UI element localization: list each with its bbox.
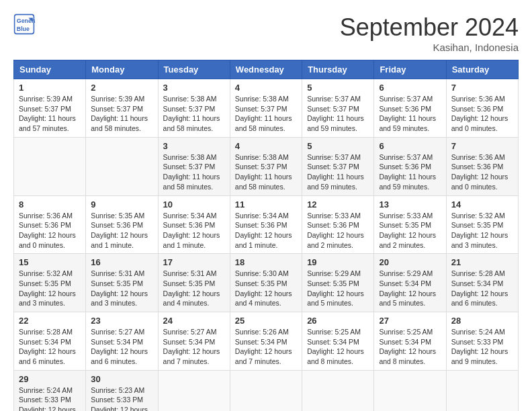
day-info: Sunrise: 5:39 AM Sunset: 5:37 PM Dayligh…: [91, 94, 152, 134]
day-number: 6: [379, 83, 441, 93]
table-row: 29 Sunrise: 5:24 AM Sunset: 5:33 PM Dayl…: [14, 370, 86, 411]
day-info: Sunrise: 5:33 AM Sunset: 5:35 PM Dayligh…: [379, 211, 441, 250]
day-info: Sunrise: 5:25 AM Sunset: 5:34 PM Dayligh…: [307, 327, 369, 367]
day-number: 9: [91, 199, 152, 210]
table-row: 10 Sunrise: 5:34 AM Sunset: 5:36 PM Dayl…: [158, 195, 230, 254]
calendar-week-row: 8 Sunrise: 5:36 AM Sunset: 5:36 PM Dayli…: [14, 195, 519, 254]
day-info: Sunrise: 5:38 AM Sunset: 5:37 PM Dayligh…: [235, 94, 297, 134]
calendar-week-row: 29 Sunrise: 5:24 AM Sunset: 5:33 PM Dayl…: [14, 370, 519, 411]
day-number: 7: [451, 83, 513, 93]
table-row: 3 Sunrise: 5:38 AM Sunset: 5:37 PM Dayli…: [158, 137, 230, 195]
logo: General Blue: [13, 13, 35, 35]
table-row: 24 Sunrise: 5:27 AM Sunset: 5:34 PM Dayl…: [158, 312, 230, 371]
day-info: Sunrise: 5:37 AM Sunset: 5:37 PM Dayligh…: [307, 94, 369, 134]
day-number: 5: [307, 83, 369, 93]
day-number: 12: [307, 199, 369, 210]
day-info: Sunrise: 5:23 AM Sunset: 5:33 PM Dayligh…: [91, 385, 152, 411]
table-row: 25 Sunrise: 5:26 AM Sunset: 5:34 PM Dayl…: [230, 312, 302, 371]
day-info: Sunrise: 5:28 AM Sunset: 5:34 PM Dayligh…: [19, 327, 81, 367]
day-number: 19: [307, 257, 369, 267]
table-row: 26 Sunrise: 5:25 AM Sunset: 5:34 PM Dayl…: [302, 312, 374, 371]
calendar-week-row: 3 Sunrise: 5:38 AM Sunset: 5:37 PM Dayli…: [14, 137, 519, 195]
day-number: 4: [235, 83, 297, 93]
col-sunday: Sunday: [14, 60, 86, 79]
table-row: 13 Sunrise: 5:33 AM Sunset: 5:35 PM Dayl…: [374, 195, 446, 254]
calendar-week-row: 1 Sunrise: 5:39 AM Sunset: 5:37 PM Dayli…: [14, 79, 519, 138]
day-info: Sunrise: 5:36 AM Sunset: 5:36 PM Dayligh…: [19, 211, 81, 250]
day-number: 8: [19, 199, 81, 210]
table-row: 6 Sunrise: 5:37 AM Sunset: 5:36 PM Dayli…: [374, 79, 446, 138]
day-info: Sunrise: 5:27 AM Sunset: 5:34 PM Dayligh…: [91, 327, 152, 367]
day-number: 3: [163, 141, 225, 151]
day-number: 25: [235, 316, 297, 326]
day-number: 6: [379, 141, 441, 151]
day-info: Sunrise: 5:24 AM Sunset: 5:33 PM Dayligh…: [451, 327, 513, 367]
day-info: Sunrise: 5:34 AM Sunset: 5:36 PM Dayligh…: [163, 211, 225, 250]
day-number: 5: [307, 141, 369, 151]
day-info: Sunrise: 5:37 AM Sunset: 5:36 PM Dayligh…: [379, 152, 441, 192]
table-row: 28 Sunrise: 5:24 AM Sunset: 5:33 PM Dayl…: [446, 312, 518, 371]
day-info: Sunrise: 5:38 AM Sunset: 5:37 PM Dayligh…: [235, 152, 297, 192]
day-info: Sunrise: 5:29 AM Sunset: 5:35 PM Dayligh…: [307, 269, 369, 308]
table-row: [230, 370, 302, 411]
day-number: 10: [163, 199, 225, 210]
day-info: Sunrise: 5:26 AM Sunset: 5:34 PM Dayligh…: [235, 327, 297, 367]
svg-text:Blue: Blue: [17, 26, 30, 32]
day-info: Sunrise: 5:24 AM Sunset: 5:33 PM Dayligh…: [19, 385, 81, 411]
day-info: Sunrise: 5:36 AM Sunset: 5:36 PM Dayligh…: [451, 152, 513, 192]
table-row: 20 Sunrise: 5:29 AM Sunset: 5:34 PM Dayl…: [374, 254, 446, 312]
day-number: 26: [307, 316, 369, 326]
day-number: 16: [91, 257, 152, 267]
table-row: 2 Sunrise: 5:39 AM Sunset: 5:37 PM Dayli…: [86, 79, 158, 138]
table-row: 19 Sunrise: 5:29 AM Sunset: 5:35 PM Dayl…: [302, 254, 374, 312]
day-info: Sunrise: 5:25 AM Sunset: 5:34 PM Dayligh…: [379, 327, 441, 367]
day-number: 20: [379, 257, 441, 267]
day-number: 29: [19, 374, 81, 384]
table-row: 18 Sunrise: 5:30 AM Sunset: 5:35 PM Dayl…: [230, 254, 302, 312]
month-title: September 2024: [340, 13, 519, 42]
day-info: Sunrise: 5:31 AM Sunset: 5:35 PM Dayligh…: [163, 269, 225, 308]
col-thursday: Thursday: [302, 60, 374, 79]
day-info: Sunrise: 5:27 AM Sunset: 5:34 PM Dayligh…: [163, 327, 225, 367]
table-row: 8 Sunrise: 5:36 AM Sunset: 5:36 PM Dayli…: [14, 195, 86, 254]
day-number: 21: [451, 257, 513, 267]
day-number: 15: [19, 257, 81, 267]
table-row: 30 Sunrise: 5:23 AM Sunset: 5:33 PM Dayl…: [86, 370, 158, 411]
table-row: [14, 137, 86, 195]
day-number: 1: [19, 83, 81, 93]
calendar-week-row: 15 Sunrise: 5:32 AM Sunset: 5:35 PM Dayl…: [14, 254, 519, 312]
table-row: 15 Sunrise: 5:32 AM Sunset: 5:35 PM Dayl…: [14, 254, 86, 312]
table-row: 5 Sunrise: 5:37 AM Sunset: 5:37 PM Dayli…: [302, 137, 374, 195]
table-row: 16 Sunrise: 5:31 AM Sunset: 5:35 PM Dayl…: [86, 254, 158, 312]
calendar-table: Sunday Monday Tuesday Wednesday Thursday…: [13, 60, 519, 411]
table-row: 17 Sunrise: 5:31 AM Sunset: 5:35 PM Dayl…: [158, 254, 230, 312]
day-number: 3: [163, 83, 225, 93]
day-info: Sunrise: 5:29 AM Sunset: 5:34 PM Dayligh…: [379, 269, 441, 308]
day-number: 30: [91, 374, 152, 384]
table-row: [446, 370, 518, 411]
table-row: 4 Sunrise: 5:38 AM Sunset: 5:37 PM Dayli…: [230, 79, 302, 138]
day-info: Sunrise: 5:32 AM Sunset: 5:35 PM Dayligh…: [451, 211, 513, 250]
day-number: 27: [379, 316, 441, 326]
col-wednesday: Wednesday: [230, 60, 302, 79]
page-header: General Blue September 2024 Kasihan, Ind…: [13, 13, 519, 53]
table-row: 6 Sunrise: 5:37 AM Sunset: 5:36 PM Dayli…: [374, 137, 446, 195]
table-row: [374, 370, 446, 411]
table-row: 22 Sunrise: 5:28 AM Sunset: 5:34 PM Dayl…: [14, 312, 86, 371]
day-number: 7: [451, 141, 513, 151]
table-row: 12 Sunrise: 5:33 AM Sunset: 5:36 PM Dayl…: [302, 195, 374, 254]
table-row: 1 Sunrise: 5:39 AM Sunset: 5:37 PM Dayli…: [14, 79, 86, 138]
table-row: 3 Sunrise: 5:38 AM Sunset: 5:37 PM Dayli…: [158, 79, 230, 138]
day-number: 13: [379, 199, 441, 210]
table-row: 27 Sunrise: 5:25 AM Sunset: 5:34 PM Dayl…: [374, 312, 446, 371]
location-subtitle: Kasihan, Indonesia: [340, 42, 519, 53]
table-row: 5 Sunrise: 5:37 AM Sunset: 5:37 PM Dayli…: [302, 79, 374, 138]
day-number: 14: [451, 199, 513, 210]
day-number: 11: [235, 199, 297, 210]
day-number: 4: [235, 141, 297, 151]
col-monday: Monday: [86, 60, 158, 79]
day-info: Sunrise: 5:38 AM Sunset: 5:37 PM Dayligh…: [163, 94, 225, 134]
day-number: 23: [91, 316, 152, 326]
logo-icon: General Blue: [13, 13, 35, 35]
day-number: 22: [19, 316, 81, 326]
